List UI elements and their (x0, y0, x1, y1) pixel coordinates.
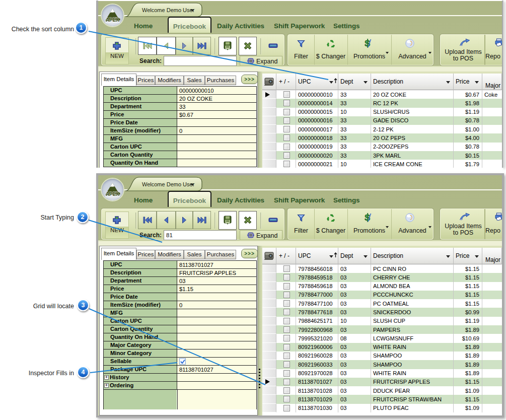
svg-text:APEX: APEX (106, 17, 120, 23)
svg-text:APEX: APEX (106, 191, 120, 197)
